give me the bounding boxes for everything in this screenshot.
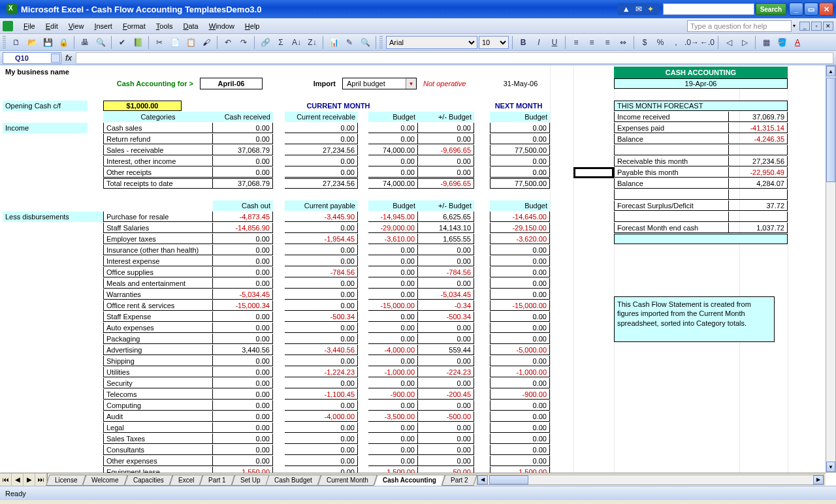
value-cell[interactable]: -15,000.34	[213, 300, 273, 311]
category-cell[interactable]: Audit	[103, 411, 213, 422]
col-current-receivable[interactable]: Current receivable	[285, 112, 358, 122]
menu-tools[interactable]: Tools	[151, 21, 178, 31]
value-cell[interactable]: -3,440.56	[285, 345, 358, 355]
value-cell[interactable]: 0.00	[418, 156, 474, 166]
value-cell[interactable]: 0.00	[368, 378, 418, 388]
value-cell[interactable]: 0.00	[285, 256, 358, 266]
menu-insert[interactable]: Insert	[89, 21, 118, 31]
value-cell[interactable]: 0.00	[418, 334, 474, 344]
menu-help[interactable]: Help	[240, 21, 265, 31]
value-cell[interactable]: 0.00	[490, 134, 550, 144]
value-cell[interactable]: 0.00	[368, 156, 418, 166]
drawing-icon[interactable]: ✎	[342, 35, 357, 50]
forecast-value[interactable]: -41,315.14	[729, 123, 788, 133]
value-cell[interactable]: 0.00	[368, 134, 418, 144]
value-cell[interactable]: 0.00	[368, 245, 418, 255]
value-cell[interactable]: -500.00	[418, 411, 474, 422]
value-cell[interactable]: -5,034.45	[213, 289, 273, 300]
increase-indent-icon[interactable]: ▷	[737, 35, 752, 50]
forecast-value[interactable]: 1,037.72	[729, 223, 788, 233]
forecast-footer[interactable]	[614, 234, 788, 244]
category-cell[interactable]: Staff Salaries	[103, 223, 213, 233]
value-cell[interactable]: 0.00	[213, 245, 273, 255]
col-cash-out[interactable]: Cash out	[213, 200, 273, 211]
value-cell[interactable]: 0.00	[285, 134, 358, 144]
value-cell[interactable]: 74,000.00	[368, 178, 418, 189]
scroll-down-icon[interactable]: ▼	[826, 462, 835, 472]
forecast-blank[interactable]	[729, 145, 788, 155]
value-cell[interactable]: 0.00	[418, 323, 474, 333]
paste-icon[interactable]: 📋	[184, 35, 198, 50]
col-plusminus2[interactable]: +/- Budget	[418, 200, 474, 211]
forecast-blank[interactable]	[729, 212, 788, 222]
value-cell[interactable]: 0.00	[490, 422, 550, 433]
category-cell[interactable]: Security	[103, 378, 213, 388]
value-cell[interactable]: 0.00	[490, 123, 550, 133]
col-plusminus[interactable]: +/- Budget	[418, 112, 474, 122]
forecast-label[interactable]: Expenses paid	[614, 123, 729, 133]
category-cell[interactable]: Total receipts to date	[103, 178, 213, 189]
value-cell[interactable]: -224.23	[418, 367, 474, 377]
value-cell[interactable]: 0.00	[368, 256, 418, 266]
forecast-value[interactable]: 37,069.79	[729, 112, 788, 122]
accounting-for-label[interactable]: Cash Accounting for >	[86, 78, 196, 89]
forecast-label[interactable]: Forecast Month end cash	[614, 223, 729, 233]
value-cell[interactable]: 0.00	[418, 134, 474, 144]
value-cell[interactable]: 0.00	[418, 356, 474, 366]
value-cell[interactable]: 0.00	[368, 400, 418, 411]
vertical-scrollbar[interactable]: ▲ ▼	[826, 65, 836, 473]
value-cell[interactable]: 0.00	[418, 256, 474, 266]
open-icon[interactable]: 📂	[25, 35, 39, 50]
category-cell[interactable]: Computing	[103, 400, 213, 411]
value-cell[interactable]: 0.00	[490, 167, 550, 178]
sheet-tab[interactable]: Cash Budget	[266, 475, 321, 486]
sheet-tab[interactable]: Welcome	[83, 475, 128, 486]
value-cell[interactable]: -1,100.45	[285, 389, 358, 400]
value-cell[interactable]: 0.00	[368, 433, 418, 444]
print-icon[interactable]: 🖶	[78, 35, 92, 50]
value-cell[interactable]: 0.00	[490, 311, 550, 322]
category-cell[interactable]: Cash sales	[103, 123, 213, 133]
opening-label[interactable]: Opening Cash c/f	[3, 101, 88, 111]
currency-icon[interactable]: $	[637, 35, 652, 50]
value-cell[interactable]: 0.00	[213, 278, 273, 289]
value-cell[interactable]: -500.34	[418, 311, 474, 322]
value-cell[interactable]: 6,625.65	[418, 212, 474, 222]
search-button[interactable]: Search	[756, 3, 786, 15]
value-cell[interactable]: 0.00	[213, 411, 273, 422]
scroll-up-icon[interactable]: ▲	[826, 66, 835, 76]
maximize-button[interactable]: ▭	[804, 3, 818, 16]
forecast-label[interactable]: Receivable this month	[614, 156, 729, 166]
value-cell[interactable]: 0.00	[213, 156, 273, 166]
tab-prev-icon[interactable]: ◀	[12, 473, 24, 486]
value-cell[interactable]: 37,068.79	[213, 145, 273, 155]
value-cell[interactable]: 0.00	[213, 123, 273, 133]
value-cell[interactable]: 27,234.56	[285, 178, 358, 189]
bold-icon[interactable]: B	[516, 35, 530, 50]
value-cell[interactable]: -500.34	[285, 311, 358, 322]
value-cell[interactable]: 0.00	[285, 323, 358, 333]
category-cell[interactable]: Telecoms	[103, 389, 213, 400]
autosum-icon[interactable]: Σ	[274, 35, 288, 50]
value-cell[interactable]: 77,500.00	[490, 145, 550, 155]
category-cell[interactable]: Utilities	[103, 367, 213, 377]
doc-close-button[interactable]: ✕	[823, 22, 833, 31]
value-cell[interactable]: 0.00	[213, 256, 273, 266]
import-label[interactable]: Import	[293, 78, 338, 89]
value-cell[interactable]: 0.00	[368, 356, 418, 366]
font-select[interactable]: Arial	[386, 36, 477, 49]
not-operative-label[interactable]: Not operative	[421, 78, 479, 89]
value-cell[interactable]: 0.00	[490, 356, 550, 366]
period-input[interactable]: April-06	[200, 78, 263, 89]
value-cell[interactable]: 1,655.55	[418, 234, 474, 244]
value-cell[interactable]: 0.00	[490, 456, 550, 466]
forecast-blank[interactable]	[729, 189, 788, 200]
align-left-icon[interactable]: ≡	[569, 35, 583, 50]
new-icon[interactable]: 🗋	[9, 35, 24, 50]
category-cell[interactable]: Legal	[103, 422, 213, 433]
value-cell[interactable]: 0.00	[285, 433, 358, 444]
category-cell[interactable]: Consultants	[103, 445, 213, 455]
addin-icon[interactable]: ✉	[635, 5, 642, 14]
underline-icon[interactable]: U	[547, 35, 562, 50]
sheet-tab[interactable]: Part 2	[442, 475, 477, 486]
